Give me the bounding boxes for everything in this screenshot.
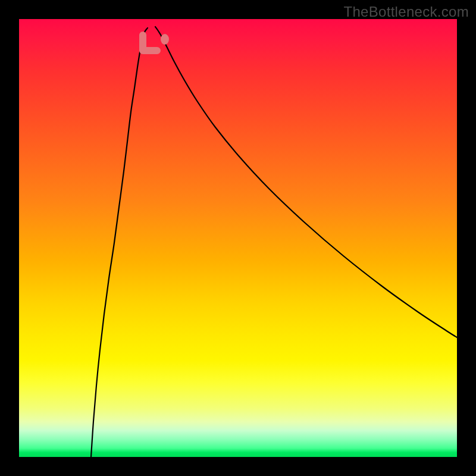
curves-layer (19, 19, 457, 457)
right-curve (155, 27, 457, 337)
outer-frame: TheBottleneck.com (0, 0, 476, 476)
plot-area (19, 19, 457, 457)
watermark-text: TheBottleneck.com (343, 4, 469, 20)
left-curve (91, 28, 148, 457)
pink-L-marker (143, 35, 157, 51)
pink-dot-marker (161, 34, 169, 45)
